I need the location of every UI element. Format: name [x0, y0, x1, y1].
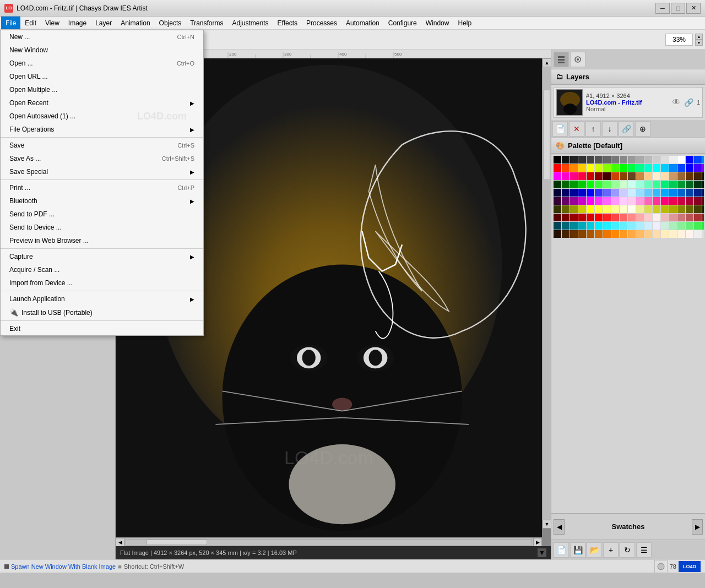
color-swatch[interactable] [554, 205, 561, 213]
color-swatch[interactable] [570, 181, 578, 188]
color-swatch[interactable] [686, 172, 693, 180]
color-swatch[interactable] [694, 197, 702, 205]
menu-edit[interactable]: Edit [20, 17, 41, 29]
color-swatch[interactable] [702, 230, 704, 238]
scroll-down-btn[interactable]: ▼ [543, 520, 551, 529]
color-swatch[interactable] [702, 156, 704, 164]
scroll-up-btn[interactable]: ▲ [543, 58, 551, 67]
color-swatch[interactable] [587, 230, 594, 238]
color-swatch[interactable] [595, 164, 603, 172]
color-swatch[interactable] [686, 189, 693, 197]
color-swatch[interactable] [644, 230, 652, 238]
menu-help[interactable]: Help [453, 17, 476, 29]
color-swatch[interactable] [677, 172, 685, 180]
color-swatch[interactable] [562, 164, 570, 172]
color-swatch[interactable] [669, 214, 677, 221]
color-swatch[interactable] [694, 156, 702, 164]
color-swatch[interactable] [570, 230, 578, 238]
menu-processes[interactable]: Processes [302, 17, 341, 29]
color-swatch[interactable] [603, 197, 611, 205]
properties-tab-btn[interactable] [570, 52, 585, 67]
menu-save[interactable]: Save Ctrl+S [1, 139, 203, 152]
menu-new-window[interactable]: New Window [1, 43, 203, 57]
color-swatch[interactable] [570, 164, 578, 172]
color-swatch[interactable] [669, 164, 677, 172]
color-swatch[interactable] [702, 214, 704, 221]
palette-save-btn[interactable]: 💾 [570, 542, 585, 558]
color-swatch[interactable] [628, 197, 636, 205]
color-swatch[interactable] [570, 156, 578, 164]
color-swatch[interactable] [636, 156, 644, 164]
zoom-input[interactable] [665, 34, 693, 46]
color-swatch[interactable] [578, 181, 586, 188]
color-swatch[interactable] [628, 205, 636, 213]
menu-file[interactable]: File [1, 17, 20, 29]
color-swatch[interactable] [578, 164, 586, 172]
color-swatch[interactable] [554, 230, 561, 238]
color-swatch[interactable] [694, 205, 702, 213]
color-swatch[interactable] [628, 230, 636, 238]
color-swatch[interactable] [669, 205, 677, 213]
color-swatch[interactable] [653, 181, 660, 188]
menu-file-operations[interactable]: File Operations ▶ [1, 123, 203, 136]
color-swatch[interactable] [595, 172, 603, 180]
color-swatch[interactable] [620, 189, 627, 197]
color-swatch[interactable] [570, 222, 578, 230]
zoom-down[interactable]: ▼ [695, 40, 703, 46]
color-swatch[interactable] [702, 205, 704, 213]
color-swatch[interactable] [686, 230, 693, 238]
color-swatch[interactable] [587, 172, 594, 180]
color-swatch[interactable] [636, 197, 644, 205]
color-swatch[interactable] [578, 172, 586, 180]
color-swatch[interactable] [702, 189, 704, 197]
menu-install-usb[interactable]: 🔌 Install to USB (Portable) [1, 306, 203, 319]
color-swatch[interactable] [694, 230, 702, 238]
color-swatch[interactable] [603, 189, 611, 197]
menu-effects[interactable]: Effects [273, 17, 302, 29]
color-swatch[interactable] [603, 205, 611, 213]
color-swatch[interactable] [628, 222, 636, 230]
swatches-next-btn[interactable]: ▶ [692, 519, 703, 535]
color-swatch[interactable] [587, 205, 594, 213]
color-swatch[interactable] [554, 164, 561, 172]
menu-adjustments[interactable]: Adjustments [228, 17, 273, 29]
color-swatch[interactable] [677, 181, 685, 188]
color-swatch[interactable] [562, 214, 570, 221]
color-swatch[interactable] [620, 197, 627, 205]
color-swatch[interactable] [595, 156, 603, 164]
color-swatch[interactable] [570, 189, 578, 197]
menu-open-autosaved[interactable]: Open Autosaved (1) ... LO4D.com [1, 110, 203, 123]
color-swatch[interactable] [694, 222, 702, 230]
color-swatch[interactable] [677, 164, 685, 172]
color-swatch[interactable] [603, 164, 611, 172]
color-swatch[interactable] [636, 230, 644, 238]
palette-open-btn[interactable]: 📂 [587, 542, 602, 558]
scroll-thumb-v[interactable] [543, 90, 550, 180]
color-swatch[interactable] [578, 230, 586, 238]
layer-item[interactable]: #1, 4912 × 3264 LO4D.com - Fritz.tif Nor… [554, 87, 703, 118]
color-swatch[interactable] [578, 156, 586, 164]
color-swatch[interactable] [686, 222, 693, 230]
color-swatch[interactable] [694, 214, 702, 221]
color-swatch[interactable] [603, 172, 611, 180]
color-swatch[interactable] [661, 189, 669, 197]
color-swatch[interactable] [653, 205, 660, 213]
color-swatch[interactable] [570, 205, 578, 213]
color-swatch[interactable] [653, 222, 660, 230]
menu-print[interactable]: Print ... Ctrl+P [1, 181, 203, 194]
menu-transforms[interactable]: Transforms [186, 17, 227, 29]
color-swatch[interactable] [677, 197, 685, 205]
color-swatch[interactable] [554, 156, 561, 164]
color-swatch[interactable] [653, 189, 660, 197]
color-swatch[interactable] [628, 172, 636, 180]
color-swatch[interactable] [669, 189, 677, 197]
color-swatch[interactable] [620, 205, 627, 213]
color-swatch[interactable] [611, 197, 619, 205]
color-swatch[interactable] [694, 181, 702, 188]
color-swatch[interactable] [587, 197, 594, 205]
color-swatch[interactable] [702, 222, 704, 230]
color-swatch[interactable] [611, 189, 619, 197]
menu-configure[interactable]: Configure [384, 17, 421, 29]
color-swatch[interactable] [661, 222, 669, 230]
color-swatch[interactable] [686, 156, 693, 164]
